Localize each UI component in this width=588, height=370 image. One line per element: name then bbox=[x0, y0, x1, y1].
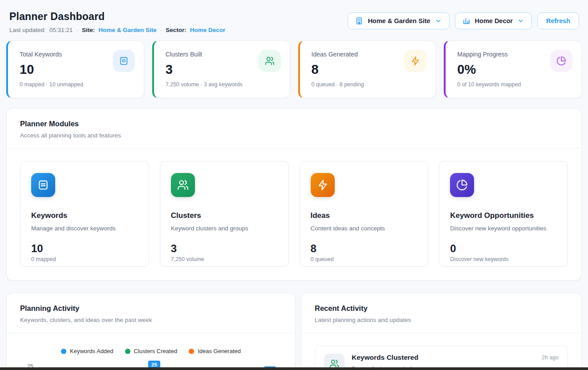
recent-activity-header: Recent Activity Latest planning actions … bbox=[301, 293, 581, 333]
module-description: Keyword clusters and groups bbox=[171, 225, 278, 232]
sector-selector-dropdown[interactable]: Home Decor bbox=[455, 12, 532, 29]
sector-link[interactable]: Home Decor bbox=[190, 27, 226, 33]
module-value: 0 bbox=[450, 242, 557, 255]
header-controls: Home & Garden Site Home Decor Refresh bbox=[348, 12, 579, 29]
stat-card-total-keywords: Total Keywords 10 0 mapped · 10 unmapped bbox=[6, 40, 144, 98]
legend-dot-icon bbox=[61, 349, 66, 354]
separator-dot: · bbox=[160, 27, 162, 33]
chevron-down-icon bbox=[435, 17, 442, 24]
planning-activity-header: Planning Activity Keywords, clusters, an… bbox=[7, 293, 295, 333]
stat-subtitle: 0 mapped · 10 unmapped bbox=[20, 81, 134, 88]
divider bbox=[301, 333, 581, 333]
stat-subtitle: 0 of 10 keywords mapped bbox=[457, 81, 572, 88]
module-subtitle: Discover new keywords bbox=[450, 256, 557, 262]
planner-modules-section: Planner Modules Access all planning tool… bbox=[6, 108, 582, 281]
stats-row: Total Keywords 10 0 mapped · 10 unmapped… bbox=[6, 40, 582, 98]
stat-card-mapping-progress: Mapping Progress 0% 0 of 10 keywords map… bbox=[444, 40, 582, 98]
legend-dot-icon bbox=[189, 349, 194, 354]
legend-dot-icon bbox=[125, 349, 130, 354]
module-description: Manage and discover keywords bbox=[31, 225, 138, 232]
planning-activity-card: Planning Activity Keywords, clusters, an… bbox=[6, 293, 296, 370]
module-card-keywords[interactable]: Keywords Manage and discover keywords 10… bbox=[20, 161, 149, 267]
recent-activity-title: Recent Activity bbox=[315, 304, 568, 313]
bolt-icon bbox=[404, 50, 426, 72]
module-title: Keyword Opportunities bbox=[450, 211, 557, 220]
bottom-row: Planning Activity Keywords, clusters, an… bbox=[6, 293, 582, 370]
module-card-ideas[interactable]: Ideas Content ideas and concepts 8 0 que… bbox=[300, 161, 429, 267]
site-selector-label: Home & Garden Site bbox=[368, 17, 430, 24]
sector-selector-label: Home Decor bbox=[475, 17, 513, 24]
module-value: 3 bbox=[171, 242, 278, 255]
header-left: Planner Dashboard Last updated: 05:31:21… bbox=[9, 11, 225, 33]
legend-item-keywords-added: Keywords Added bbox=[61, 348, 114, 354]
planning-activity-subtitle: Keywords, clusters, and ideas over the p… bbox=[20, 317, 282, 323]
site-link[interactable]: Home & Garden Site bbox=[98, 27, 157, 33]
module-card-clusters[interactable]: Clusters Keyword clusters and groups 3 7… bbox=[160, 161, 289, 267]
pie-chart-icon bbox=[550, 50, 572, 72]
pie-chart-icon bbox=[450, 173, 474, 197]
stat-card-ideas-generated: Ideas Generated 8 0 queued · 8 pending bbox=[298, 40, 436, 98]
separator-dot: · bbox=[76, 27, 78, 33]
last-updated-label: Last updated: bbox=[9, 27, 46, 33]
module-description: Discover new keyword opportunities bbox=[450, 225, 557, 232]
module-subtitle: 7,250 volume bbox=[171, 256, 278, 262]
modules-header: Planner Modules Access all planning tool… bbox=[7, 109, 581, 148]
stat-card-clusters-built: Clusters Built 3 7,250 volume · 3 avg ke… bbox=[152, 40, 290, 98]
planner-dashboard-page: Planner Dashboard Last updated: 05:31:21… bbox=[0, 0, 588, 370]
document-icon bbox=[113, 50, 135, 72]
bar-chart-icon bbox=[462, 17, 470, 25]
building-icon bbox=[355, 17, 363, 25]
activity-list-item[interactable]: Keywords Clustered 3 new clusters create… bbox=[315, 346, 568, 370]
site-label: Site: bbox=[82, 27, 95, 33]
activity-item-title: Keywords Clustered bbox=[352, 354, 535, 362]
module-title: Ideas bbox=[311, 211, 418, 220]
page-header: Planner Dashboard Last updated: 05:31:21… bbox=[6, 0, 582, 33]
module-title: Clusters bbox=[171, 211, 278, 220]
legend-item-clusters-created: Clusters Created bbox=[125, 348, 178, 354]
legend-item-ideas-generated: Ideas Generated bbox=[189, 348, 241, 354]
recent-activity-subtitle: Latest planning actions and updates bbox=[315, 317, 568, 323]
stat-subtitle: 7,250 volume · 3 avg keywords bbox=[166, 81, 280, 88]
window-edge-strip bbox=[0, 367, 588, 370]
bolt-icon bbox=[311, 173, 335, 197]
page-title: Planner Dashboard bbox=[9, 11, 225, 23]
legend-label: Clusters Created bbox=[134, 348, 178, 354]
module-card-keyword-opportunities[interactable]: Keyword Opportunities Discover new keywo… bbox=[439, 161, 568, 267]
users-icon bbox=[259, 50, 281, 72]
sector-label: Sector: bbox=[166, 27, 187, 33]
legend-label: Keywords Added bbox=[70, 348, 114, 354]
legend-label: Ideas Generated bbox=[198, 348, 241, 354]
module-value: 10 bbox=[31, 242, 138, 255]
modules-grid: Keywords Manage and discover keywords 10… bbox=[7, 149, 581, 280]
users-icon bbox=[171, 173, 195, 197]
modules-subtitle: Access all planning tools and features bbox=[20, 132, 568, 139]
site-selector-dropdown[interactable]: Home & Garden Site bbox=[348, 12, 449, 29]
last-updated-value: 05:31:21 bbox=[49, 27, 73, 33]
module-description: Content ideas and concepts bbox=[311, 225, 418, 232]
meta-line: Last updated: 05:31:21 · Site: Home & Ga… bbox=[9, 27, 225, 33]
planning-activity-title: Planning Activity bbox=[20, 304, 282, 313]
stat-subtitle: 0 queued · 8 pending bbox=[312, 81, 426, 88]
modules-title: Planner Modules bbox=[20, 120, 568, 128]
refresh-button[interactable]: Refresh bbox=[537, 12, 579, 29]
module-subtitle: 0 queued bbox=[311, 256, 418, 262]
module-value: 8 bbox=[311, 242, 418, 255]
module-subtitle: 0 mapped bbox=[31, 256, 138, 262]
divider bbox=[7, 333, 295, 333]
module-title: Keywords bbox=[31, 211, 138, 220]
recent-activity-card: Recent Activity Latest planning actions … bbox=[301, 293, 582, 370]
chevron-down-icon bbox=[517, 17, 524, 24]
activity-item-timestamp: 2h ago bbox=[542, 354, 559, 361]
chart-legend: Keywords Added Clusters Created Ideas Ge… bbox=[7, 348, 295, 354]
document-icon bbox=[31, 173, 55, 197]
